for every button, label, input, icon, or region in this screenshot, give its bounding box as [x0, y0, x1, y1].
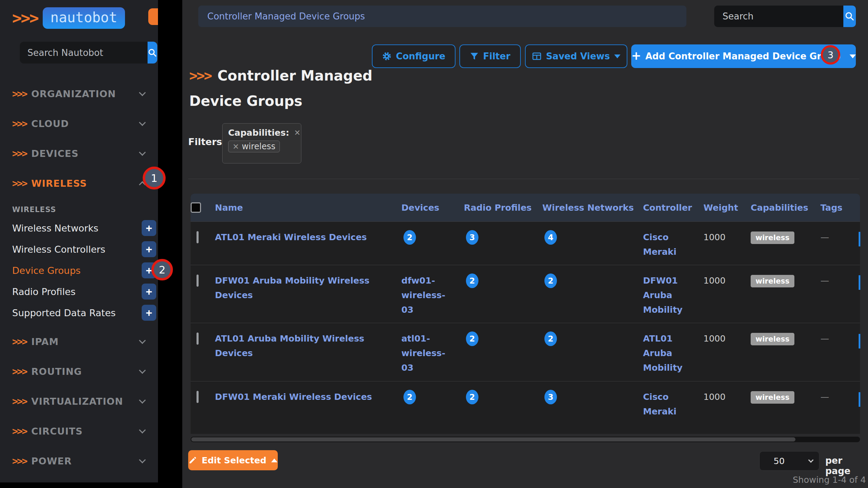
sidebar-search-button[interactable] — [148, 42, 157, 64]
column-header-devices[interactable]: Devices — [401, 203, 464, 213]
column-header-radio-profiles[interactable]: Radio Profiles — [464, 203, 542, 213]
sub-item-label[interactable]: Supported Data Rates — [12, 308, 142, 318]
sidebar-item-label: VIRTUALIZATION — [31, 396, 140, 407]
capability-badge: wireless — [751, 275, 794, 287]
sidebar-item-label: ORGANIZATION — [31, 89, 140, 99]
sub-item-label[interactable]: Radio Profiles — [12, 286, 142, 297]
remove-value-icon[interactable]: ✕ — [233, 142, 239, 151]
scrollbar-thumb[interactable] — [191, 437, 795, 441]
add-supported-data-rate-button[interactable]: + — [142, 305, 156, 321]
sidebar-item-wireless[interactable]: >>> WIRELESS — [0, 174, 158, 193]
radio-profiles-count-badge[interactable]: 2 — [466, 390, 478, 404]
radio-profiles-count-badge[interactable]: 3 — [466, 230, 478, 245]
horizontal-scrollbar[interactable] — [191, 437, 860, 442]
plus-icon: + — [631, 49, 641, 62]
sidebar-item-virtualization[interactable]: >>> VIRTUALIZATION — [0, 392, 158, 411]
saved-views-button[interactable]: Saved Views — [525, 44, 627, 68]
sidebar-item-circuits[interactable]: >>> CIRCUITS — [0, 421, 158, 441]
select-all-checkbox[interactable] — [191, 202, 201, 213]
wireless-networks-count-badge[interactable]: 2 — [544, 274, 557, 288]
chevron-down-icon — [139, 427, 146, 434]
sub-item-label[interactable]: Wireless Controllers — [12, 244, 142, 255]
controller-link[interactable]: ATL01 Aruba Mobility — [643, 331, 681, 375]
device-group-link[interactable]: DFW01 Aruba Mobility Wireless Devices — [215, 276, 369, 300]
device-group-link[interactable]: ATL01 Meraki Wireless Devices — [215, 232, 367, 242]
showing-count: Showing 1-4 of 4 — [793, 475, 866, 485]
sidebar-item-power[interactable]: >>> POWER — [0, 451, 158, 471]
table-row: ATL01 Aruba Mobility Wireless Devices at… — [191, 323, 860, 381]
nav-chevrons-icon: >>> — [12, 426, 31, 437]
page-title-text: Controller Managed Device Groups — [189, 68, 373, 109]
remove-filter-icon[interactable]: ✕ — [294, 128, 300, 137]
column-header-controller[interactable]: Controller — [643, 203, 703, 213]
add-wireless-controller-button[interactable]: + — [142, 241, 156, 257]
sidebar-item-label: DEVICES — [31, 148, 140, 159]
device-link[interactable]: dfw01-wireless-03 — [401, 274, 446, 317]
device-group-link[interactable]: ATL01 Aruba Mobility Wireless Devices — [215, 334, 364, 358]
sidebar-item-devices[interactable]: >>> DEVICES — [0, 144, 158, 163]
weight-value: 1000 — [703, 381, 751, 434]
tags-empty: — — [820, 232, 829, 242]
row-checkbox[interactable] — [197, 275, 199, 287]
chevron-down-icon — [614, 54, 620, 58]
devices-count-badge[interactable]: 2 — [403, 390, 416, 404]
sidebar-item-organization[interactable]: >>> ORGANIZATION — [0, 84, 158, 103]
annotation-circle-1: 1 — [143, 167, 166, 190]
chevron-down-icon[interactable] — [850, 54, 856, 58]
column-header-tags[interactable]: Tags — [820, 203, 860, 213]
pencil-icon — [189, 456, 197, 464]
sidebar-item-routing[interactable]: >>> ROUTING — [0, 362, 158, 381]
radio-profiles-count-badge[interactable]: 2 — [466, 274, 478, 288]
sidebar-item-wireless-networks: Wireless Networks + — [0, 219, 158, 237]
global-search-input[interactable] — [714, 6, 843, 27]
per-page-select[interactable]: 50 — [759, 451, 819, 471]
column-header-name[interactable]: Name — [215, 203, 401, 213]
configure-label: Configure — [396, 51, 445, 61]
nav-chevrons-icon: >>> — [12, 88, 31, 100]
add-radio-profile-button[interactable]: + — [142, 284, 156, 300]
logo[interactable]: >>> nautobot — [12, 8, 125, 28]
row-checkbox[interactable] — [197, 231, 199, 243]
annotation-number: 1 — [151, 172, 157, 184]
wireless-networks-count-badge[interactable]: 3 — [544, 390, 557, 404]
global-search-button[interactable] — [843, 6, 856, 27]
column-header-weight[interactable]: Weight — [703, 203, 751, 213]
capability-badge: wireless — [751, 232, 794, 244]
sidebar-toggle-button[interactable] — [148, 8, 158, 25]
chevron-down-icon — [139, 397, 146, 404]
weight-value: 1000 — [703, 323, 751, 381]
funnel-icon — [470, 52, 479, 61]
sub-item-label[interactable]: Device Groups — [12, 265, 142, 276]
nav-chevrons-icon: >>> — [12, 148, 31, 159]
device-group-link[interactable]: DFW01 Meraki Wireless Devices — [215, 392, 372, 402]
clipped-action-button — [859, 275, 860, 290]
sidebar-item-ipam[interactable]: >>> IPAM — [0, 332, 158, 351]
device-link[interactable]: atl01-wireless-03 — [401, 331, 446, 375]
breadcrumb-link[interactable]: Controller Managed Device Groups — [207, 11, 365, 22]
add-wireless-network-button[interactable]: + — [142, 220, 156, 236]
capability-badge: wireless — [751, 391, 794, 404]
wireless-networks-count-badge[interactable]: 2 — [544, 331, 557, 346]
column-header-wireless-networks[interactable]: Wireless Networks — [542, 203, 643, 213]
tags-empty: — — [820, 392, 829, 402]
filter-button[interactable]: Filter — [459, 44, 521, 68]
column-header-capabilities[interactable]: Capabilities — [751, 203, 820, 213]
clipped-action-button — [859, 334, 860, 348]
row-checkbox[interactable] — [197, 333, 199, 345]
nav-chevrons-icon: >>> — [12, 455, 31, 467]
sub-item-label[interactable]: Wireless Networks — [12, 223, 142, 234]
sidebar-item-cloud[interactable]: >>> CLOUD — [0, 114, 158, 133]
gear-icon — [382, 51, 392, 61]
nautobot-logo[interactable]: nautobot — [43, 7, 125, 29]
devices-count-badge[interactable]: 2 — [403, 230, 416, 245]
nav-chevrons-icon: >>> — [12, 396, 31, 407]
wireless-networks-count-badge[interactable]: 4 — [544, 230, 557, 245]
controller-link[interactable]: DFW01 Aruba Mobility — [643, 274, 681, 317]
main-content: Controller Managed Device Groups Configu… — [182, 0, 868, 488]
radio-profiles-count-badge[interactable]: 2 — [466, 331, 478, 346]
row-checkbox[interactable] — [197, 391, 199, 403]
sidebar-search-input[interactable] — [20, 42, 148, 64]
controller-link[interactable]: Cisco Meraki — [643, 232, 676, 257]
controller-link[interactable]: Cisco Meraki — [643, 392, 676, 417]
edit-selected-button[interactable]: Edit Selected — [188, 450, 278, 470]
